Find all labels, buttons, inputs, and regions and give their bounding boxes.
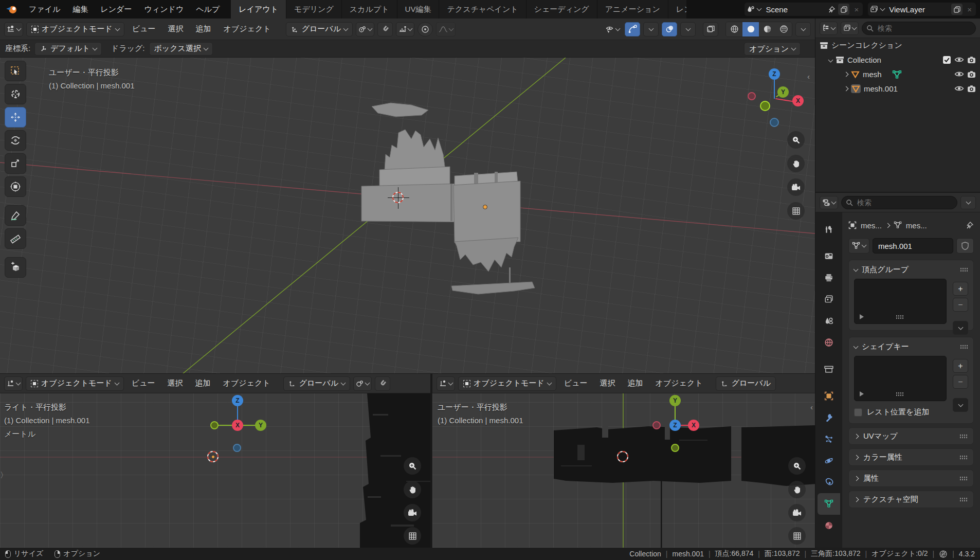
mode-dropdown[interactable]: オブジェクトモード (26, 376, 124, 391)
gizmo-y-neg[interactable] (671, 444, 679, 452)
tool-rotate[interactable] (5, 130, 26, 151)
zoom-button[interactable] (787, 131, 805, 149)
tab-object-data[interactable] (818, 493, 840, 515)
coord-system-dropdown[interactable]: デフォルト (34, 42, 102, 56)
editor-type-button[interactable] (4, 376, 23, 391)
checkbox-icon[interactable] (942, 56, 951, 64)
hide-eye-icon[interactable] (954, 85, 964, 92)
new-viewlayer-button[interactable] (951, 4, 963, 15)
viewport-canvas[interactable] (0, 58, 815, 374)
viewlayer-selector[interactable]: ViewLayer × (868, 3, 976, 16)
main-3d-viewport[interactable]: ユーザー・平行投影 (1) Collection | mesh.001 Z Y … (0, 58, 815, 374)
tab-view-layer[interactable] (818, 288, 840, 310)
disable-render-camera-icon[interactable] (967, 70, 976, 78)
menu-view[interactable]: ビュー (128, 24, 160, 34)
drag-grip-icon[interactable] (959, 476, 968, 481)
tab-texture-paint[interactable]: テクスチャペイント (439, 0, 526, 19)
bl-3d-viewport[interactable]: ライト・平行投影 (1) Collection | mesh.001 メートル … (0, 393, 431, 548)
mode-dropdown[interactable]: オブジェクトモード (26, 22, 124, 37)
list-expand-icon[interactable] (860, 314, 864, 319)
sidebar-collapse-arrow[interactable]: ‹ (807, 72, 810, 81)
tab-collection-props[interactable] (818, 358, 840, 380)
shading-solid-button[interactable] (742, 22, 759, 37)
add-shape-key-button[interactable] (953, 359, 968, 373)
tool-move[interactable] (5, 107, 26, 128)
gizmo-x-neg[interactable] (652, 421, 661, 429)
gizmo-z-axis[interactable]: Z (232, 395, 243, 406)
pin-icon[interactable] (828, 6, 836, 13)
tab-shading[interactable]: シェーディング (527, 0, 597, 19)
tool-add-cube[interactable] (5, 257, 26, 278)
vertex-groups-list[interactable] (854, 279, 947, 324)
snap-toggle[interactable] (377, 22, 393, 37)
gizmo-x-axis[interactable]: X (792, 95, 804, 106)
shape-keys-list[interactable] (854, 356, 947, 401)
drag-grip-icon[interactable] (959, 497, 968, 502)
transform-orientation-dropdown[interactable]: グローバル (283, 376, 350, 391)
camera-view-button[interactable] (404, 504, 421, 521)
toggle-grid-button[interactable] (787, 202, 805, 220)
menu-add[interactable]: 追加 (191, 24, 216, 34)
scene-selector[interactable]: Scene × (745, 3, 863, 16)
mode-dropdown[interactable]: オブジェクトモード (458, 376, 556, 391)
zoom-button[interactable] (404, 457, 421, 475)
shape-key-specials-button[interactable] (953, 398, 968, 412)
proportional-editing-toggle[interactable] (418, 22, 433, 37)
pan-button[interactable] (788, 481, 806, 498)
menu-select[interactable]: 選択 (595, 378, 620, 388)
shading-wireframe-button[interactable] (726, 22, 742, 37)
menu-view[interactable]: ビュー (559, 378, 592, 388)
overlays-dropdown[interactable] (680, 22, 696, 37)
outliner-search-input[interactable] (862, 22, 976, 35)
remove-vertex-group-button[interactable] (953, 298, 968, 312)
list-expand-icon[interactable] (860, 391, 864, 396)
remove-shape-key-button[interactable] (953, 375, 968, 389)
tool-select-box[interactable] (5, 61, 26, 81)
list-resize-grip[interactable] (896, 315, 904, 319)
hide-eye-icon[interactable] (954, 70, 964, 78)
meshdata-selector[interactable] (848, 238, 869, 254)
tool-measure[interactable] (5, 228, 26, 249)
gizmo-y-neg[interactable] (760, 101, 770, 111)
gizmo-x-axis[interactable]: X (688, 420, 699, 431)
snap-settings-dropdown[interactable] (396, 22, 414, 37)
options-dropdown[interactable]: オプション (744, 42, 801, 56)
gizmo-z-axis[interactable]: Z (769, 68, 780, 80)
tab-constraints[interactable] (818, 472, 840, 493)
transform-orientation-dropdown[interactable]: グローバル (716, 376, 776, 391)
drag-grip-icon[interactable] (960, 345, 968, 349)
zoom-button[interactable] (788, 457, 806, 475)
camera-view-button[interactable] (788, 504, 806, 521)
proportional-falloff-dropdown[interactable] (436, 22, 456, 37)
menu-render[interactable]: レンダー (94, 0, 138, 19)
drag-grip-icon[interactable] (959, 434, 968, 439)
new-scene-button[interactable] (838, 4, 849, 15)
editor-type-button[interactable] (820, 196, 838, 209)
tab-material[interactable] (818, 515, 840, 536)
panel-toggle-arrow[interactable]: 〉 (0, 471, 8, 480)
scene-name[interactable]: Scene (764, 5, 825, 14)
pan-button[interactable] (787, 155, 805, 172)
properties-search-input[interactable] (841, 196, 957, 209)
viewlayer-name[interactable]: ViewLayer (887, 5, 949, 14)
tool-scale[interactable] (5, 153, 26, 174)
xray-toggle[interactable] (703, 22, 718, 37)
display-mode-dropdown[interactable] (820, 22, 838, 35)
shading-dropdown[interactable] (795, 22, 811, 37)
expand-mesh-icon[interactable] (844, 71, 849, 77)
menu-help[interactable]: ヘルプ (190, 0, 226, 19)
drag-mode-dropdown[interactable]: ボックス選択 (149, 42, 213, 56)
outliner-row-collection[interactable]: Collection (815, 52, 980, 67)
show-gizmo-toggle[interactable] (625, 22, 640, 37)
editor-type-button[interactable] (437, 376, 455, 391)
network-status-icon[interactable] (939, 550, 948, 558)
expand-mesh001-icon[interactable] (844, 86, 849, 91)
menu-add[interactable]: 追加 (623, 378, 648, 388)
panel-header[interactable]: シェイプキー (854, 342, 968, 352)
tab-object[interactable] (818, 385, 840, 407)
snap-toggle[interactable] (375, 376, 390, 391)
breadcrumb-object-name[interactable]: mes... (861, 221, 882, 230)
texture-space-panel[interactable]: テクスチャ空間 (848, 491, 974, 508)
outliner-row-mesh001[interactable]: mesh.001 (815, 81, 980, 96)
tab-uv-editing[interactable]: UV編集 (397, 0, 440, 19)
